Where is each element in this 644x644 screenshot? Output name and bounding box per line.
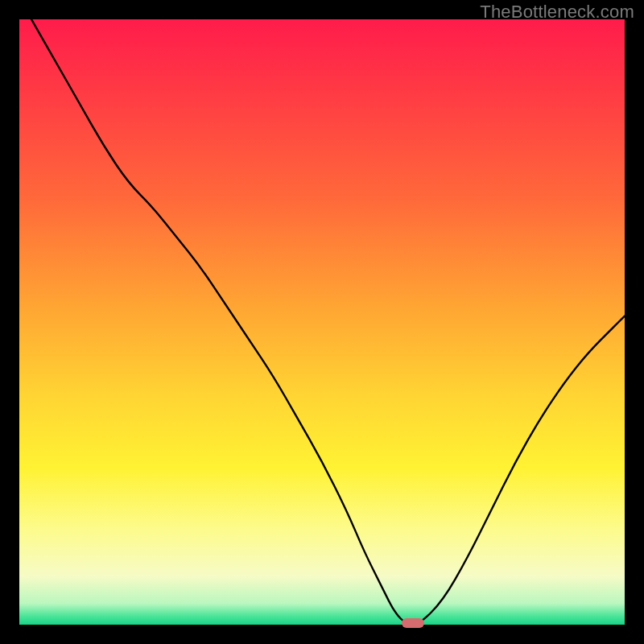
gradient-background xyxy=(19,19,625,625)
watermark-text: TheBottleneck.com xyxy=(480,2,634,23)
bottleneck-chart xyxy=(19,19,625,625)
chart-frame xyxy=(19,19,625,625)
optimal-marker-pill xyxy=(402,618,424,628)
